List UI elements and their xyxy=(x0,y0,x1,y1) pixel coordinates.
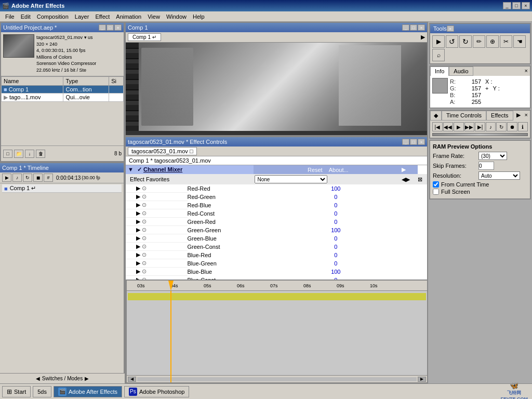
ec-maximize[interactable]: □ xyxy=(410,139,417,145)
ec-checkbox[interactable]: ✓ xyxy=(137,166,142,172)
tool-pen[interactable]: ✏ xyxy=(473,35,485,48)
tc-info-btn[interactable]: ℹ xyxy=(518,122,528,131)
tool-hand[interactable]: ☚ xyxy=(513,35,526,48)
ec-collapse-arrow[interactable]: ▼ xyxy=(128,166,134,172)
tc-prev-btn[interactable]: ◀◀ xyxy=(443,122,454,131)
param-expand[interactable]: ▶ ⊙ xyxy=(126,251,188,259)
maximize-button[interactable]: □ xyxy=(512,2,521,9)
tab-effects[interactable]: Effects xyxy=(486,111,513,121)
param-value[interactable]: 0 xyxy=(254,243,418,251)
new-comp-btn[interactable]: □ xyxy=(3,150,12,158)
tc-loop-btn[interactable]: ↻ xyxy=(496,122,507,131)
info-panel-close[interactable]: × xyxy=(523,66,530,76)
new-folder-btn[interactable]: 📁 xyxy=(14,150,23,158)
list-item[interactable]: ▶ ⊙Green-Const0 xyxy=(126,243,427,251)
menu-composition[interactable]: Composition xyxy=(34,12,72,21)
param-expand[interactable]: ▶ ⊙ xyxy=(126,259,188,268)
param-value[interactable]: 100 xyxy=(254,268,418,276)
param-value[interactable]: 0 xyxy=(254,193,418,201)
import-btn[interactable]: ↓ xyxy=(25,150,34,158)
taskbar-photoshop[interactable]: Ps Adobe Photoshop xyxy=(124,386,189,397)
tl-scroll-track[interactable] xyxy=(137,377,417,381)
tc-next-btn[interactable]: ▶▶ xyxy=(464,122,475,131)
tools-close[interactable]: × xyxy=(447,25,454,32)
list-item[interactable]: ▶ ⊙Blue-Red0 xyxy=(126,251,427,259)
tool-undo[interactable]: ↺ xyxy=(446,35,458,48)
comp-view-area[interactable] xyxy=(126,43,427,131)
time-scrubber[interactable] xyxy=(432,133,528,136)
comp-maximize[interactable]: □ xyxy=(410,24,417,31)
tl-play-btn[interactable]: ▶ xyxy=(2,174,11,182)
tool-zoom[interactable]: ⌕ xyxy=(432,49,445,61)
ec-arrow[interactable]: ▶ xyxy=(402,165,418,174)
tab-audio[interactable]: Audio xyxy=(449,66,473,76)
param-value[interactable]: 0 xyxy=(254,209,418,218)
tool-scissors[interactable]: ✂ xyxy=(500,35,512,48)
list-item[interactable]: ▶ ⊙Red-Blue0 xyxy=(126,201,427,209)
param-value[interactable]: 0 xyxy=(254,201,418,209)
list-item[interactable]: ▶ ⊙Blue-Blue100 xyxy=(126,268,427,276)
menu-edit[interactable]: Edit xyxy=(18,12,34,21)
param-expand[interactable]: ▶ ⊙ xyxy=(126,209,188,218)
param-expand[interactable]: ▶ ⊙ xyxy=(126,184,188,193)
list-item[interactable]: ▶ ⊙Red-Red100 xyxy=(126,184,427,193)
ram-fr-select[interactable]: (30) xyxy=(478,152,507,160)
menu-effect[interactable]: Effect xyxy=(92,12,113,21)
ram-sf-input[interactable] xyxy=(478,162,494,170)
tl-scroll-left[interactable]: ◀ xyxy=(128,377,136,382)
menu-view[interactable]: View xyxy=(144,12,163,21)
tool-select[interactable]: ▶ xyxy=(432,35,445,48)
taskbar-aae[interactable]: 🎬 Adobe After Effects xyxy=(54,386,122,397)
menu-file[interactable]: File xyxy=(2,12,18,21)
start-button[interactable]: ⊞ Start xyxy=(2,386,31,397)
taskbar-5ds[interactable]: 5ds xyxy=(33,386,51,397)
param-expand[interactable]: ▶ ⊙ xyxy=(126,268,188,276)
param-expand[interactable]: ▶ ⊙ xyxy=(126,226,188,234)
comp-arrow[interactable]: ▶ xyxy=(421,34,425,41)
tl-frame-btn[interactable]: # xyxy=(44,174,53,182)
tl-scroll-right[interactable]: ▶ xyxy=(418,377,426,382)
tl-layer-row[interactable]: ■ Comp 1 ↵ xyxy=(2,184,122,193)
ec-fav-select-cell[interactable]: None xyxy=(254,174,401,184)
tab-info[interactable]: Info xyxy=(430,66,449,76)
from-current-checkbox[interactable] xyxy=(433,181,439,188)
param-value[interactable]: 100 xyxy=(254,226,418,234)
tl-audio-btn[interactable]: ♪ xyxy=(12,174,22,182)
tool-stamp[interactable]: ⊕ xyxy=(486,35,499,48)
project-close[interactable]: × xyxy=(114,24,122,31)
param-expand[interactable]: ▶ ⊙ xyxy=(126,234,188,243)
list-item[interactable]: ▶ ⊙Green-Red0 xyxy=(126,218,427,226)
tl-next-btn[interactable]: ▶ xyxy=(85,376,89,381)
menu-layer[interactable]: Layer xyxy=(72,12,92,21)
param-expand[interactable]: ▶ ⊙ xyxy=(126,193,188,201)
menu-help[interactable]: Help xyxy=(190,12,208,21)
menu-window[interactable]: Window xyxy=(163,12,190,21)
tab-time-controls[interactable]: Time Controls xyxy=(442,111,486,121)
delete-btn[interactable]: 🗑 xyxy=(36,150,45,158)
list-item[interactable]: ▶ ⊙Green-Green100 xyxy=(126,226,427,234)
ec-file-tab[interactable]: tagoscar0523_01.mov □ xyxy=(128,147,197,155)
tc-first-btn[interactable]: |◀ xyxy=(432,122,443,131)
param-expand[interactable]: ▶ ⊙ xyxy=(126,243,188,251)
ec-reset-btn[interactable]: Reset xyxy=(254,165,326,174)
tool-redo[interactable]: ↻ xyxy=(459,35,472,48)
tc-play-btn[interactable]: ▶ xyxy=(454,122,464,131)
comp-tab[interactable]: Comp 1 ↵ xyxy=(128,33,161,41)
ec-about-btn[interactable]: About... xyxy=(327,165,402,174)
table-row[interactable]: ■ Comp 1 Com...tion xyxy=(2,85,124,93)
tl-prev-btn[interactable]: ◀ xyxy=(36,376,40,381)
minimize-button[interactable]: _ xyxy=(503,2,511,9)
comp-close[interactable]: × xyxy=(418,24,425,31)
param-value[interactable]: 0 xyxy=(254,259,418,268)
table-row[interactable]: ▶ tago...1.mov Qui...ovie xyxy=(2,93,124,101)
tc-last-btn[interactable]: ▶| xyxy=(475,122,485,131)
tc-audio-btn[interactable]: ♪ xyxy=(486,122,496,131)
param-value[interactable]: 100 xyxy=(254,184,418,193)
full-screen-checkbox[interactable] xyxy=(433,189,439,195)
close-button[interactable]: × xyxy=(522,2,530,9)
timeline-hscrollbar[interactable]: ◀ ▶ xyxy=(127,375,427,382)
list-item[interactable]: ▶ ⊙Green-Blue0 xyxy=(126,234,427,243)
param-value[interactable]: 0 xyxy=(254,251,418,259)
tl-mute-btn[interactable]: ◼ xyxy=(33,174,43,182)
menu-animation[interactable]: Animation xyxy=(113,12,144,21)
